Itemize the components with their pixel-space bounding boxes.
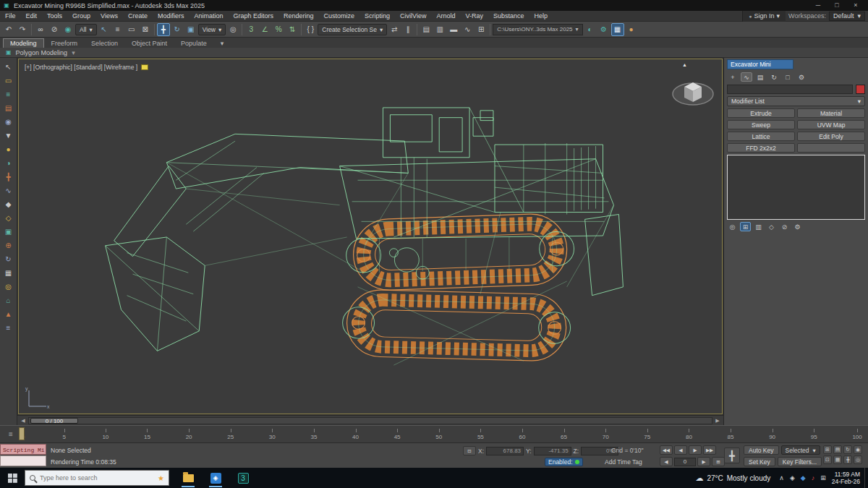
viewport-nav-icon[interactable]: ▦	[833, 455, 842, 464]
y-coordinate-field[interactable]: -471.35	[534, 447, 571, 455]
redo-icon[interactable]: ↷	[16, 23, 29, 36]
schematic-view-icon[interactable]: ⊞	[475, 23, 488, 36]
playback-button[interactable]: ▶▶	[703, 445, 716, 455]
pan-viewport-icon[interactable]: ╋	[724, 448, 740, 463]
key-mode-toggle-icon[interactable]: ⊞	[712, 457, 725, 466]
playback-button[interactable]: ◀◀	[660, 445, 673, 455]
search-highlights-icon[interactable]: ★	[158, 474, 164, 482]
spinner-snap-icon[interactable]: ⇅	[286, 23, 299, 36]
left-toolbar-icon[interactable]: ◆	[2, 197, 15, 210]
search-input[interactable]	[40, 474, 153, 481]
left-toolbar-icon[interactable]: ↖	[2, 60, 15, 73]
tab-populate[interactable]: Populate	[174, 39, 213, 48]
utilities-tab-icon[interactable]: ⚙	[796, 72, 807, 82]
menu-item[interactable]: Arnold	[431, 11, 460, 22]
menu-item[interactable]: Rendering	[278, 11, 319, 22]
percent-snap-icon[interactable]: %	[272, 23, 285, 36]
taskbar-search[interactable]: ★	[25, 470, 169, 486]
timeline-ruler[interactable]: ≡ 05101520253035404550556065707580859095…	[0, 425, 868, 442]
select-link-icon[interactable]: ∞	[34, 23, 47, 36]
viewport-nav-icon[interactable]: ◉	[854, 445, 862, 454]
mirror-icon[interactable]: ⇄	[388, 23, 401, 36]
minimize-button[interactable]: ─	[809, 0, 827, 11]
use-pivot-center-icon[interactable]: ◎	[226, 23, 239, 36]
create-tab-icon[interactable]: +	[727, 72, 739, 82]
scene-explorer-icon[interactable]: ▤	[420, 23, 433, 36]
modifier-set-button[interactable]: Material	[797, 108, 865, 118]
menu-item[interactable]: Scripting	[359, 11, 395, 22]
timeline-tick[interactable]: 55	[477, 434, 484, 440]
next-key-button[interactable]: ▶	[697, 457, 710, 466]
modify-tab-icon[interactable]: ∿	[741, 72, 752, 82]
timeline-tick[interactable]: 90	[769, 434, 775, 440]
modifier-list-dropdown[interactable]: Modifier List ▾	[727, 96, 865, 106]
timeline-tick[interactable]: 35	[310, 434, 317, 440]
left-toolbar-icon[interactable]: ▼	[2, 129, 15, 142]
undo-icon[interactable]: ↶	[2, 23, 15, 36]
layer-explorer-icon[interactable]: ▥	[433, 23, 446, 36]
align-icon[interactable]: ∥	[401, 23, 414, 36]
menu-item[interactable]: Help	[529, 11, 553, 22]
timeline-tick[interactable]: 75	[644, 434, 650, 440]
left-toolbar-icon[interactable]: ╋	[2, 170, 15, 183]
left-toolbar-icon[interactable]: ⊕	[2, 239, 15, 252]
select-move-icon[interactable]: ╋	[157, 23, 170, 36]
timeline-ticks[interactable]: 0510152025303540455055606570758085909510…	[19, 426, 864, 442]
named-selection-sets-dropdown[interactable]: Create Selection Se ▾	[318, 24, 387, 35]
hierarchy-tab-icon[interactable]: ▤	[754, 72, 766, 82]
selection-region-icon[interactable]: ▭	[125, 23, 138, 36]
select-scale-icon[interactable]: ▣	[184, 23, 197, 36]
modifier-options-icon[interactable]: ⚙	[792, 222, 803, 231]
left-toolbar-icon[interactable]: ▤	[2, 101, 15, 114]
menu-item[interactable]: File	[0, 11, 21, 22]
reference-coordinate-dropdown[interactable]: View ▾	[198, 24, 226, 35]
ribbon-options-caret[interactable]: ▾	[214, 39, 231, 48]
menu-item[interactable]: Edit	[21, 11, 43, 22]
viewport-nav-icon[interactable]: ╋	[843, 455, 852, 464]
selection-filter-dropdown[interactable]: All ▾	[75, 24, 97, 35]
enabled-chip[interactable]: Enabled:	[545, 458, 583, 466]
menu-item[interactable]: Create	[123, 11, 153, 22]
time-slider-handle[interactable]: 0 / 100	[30, 418, 78, 424]
timeline-tick[interactable]: 30	[269, 434, 276, 440]
project-path-field[interactable]: C:\Users\ONY..3ds Max 2025 ▾	[493, 24, 582, 35]
left-toolbar-icon[interactable]: ▦	[2, 266, 15, 279]
view-cube[interactable]	[670, 69, 716, 110]
menu-item[interactable]: Modifiers	[153, 11, 190, 22]
tray-icon[interactable]: ◆	[801, 474, 806, 481]
set-key-button[interactable]: Set Key	[744, 457, 775, 466]
viewport[interactable]: [+] [Orthographic] [Standard] [Wireframe…	[18, 59, 723, 414]
timeline-tick[interactable]: 95	[811, 434, 817, 440]
mini-curve-editor-icon[interactable]: ≡	[3, 426, 19, 442]
timeline-tick[interactable]: 85	[728, 434, 734, 440]
left-toolbar-icon[interactable]: ▭	[2, 74, 15, 87]
left-toolbar-icon[interactable]: ≡	[2, 87, 15, 100]
select-by-name-icon[interactable]: ≡	[111, 23, 124, 36]
auto-key-button[interactable]: Auto Key	[744, 445, 779, 455]
viewport-label[interactable]: [+] [Orthographic] [Standard] [Wireframe…	[25, 64, 148, 71]
left-toolbar-icon[interactable]: ⌂	[2, 294, 15, 307]
tab-modeling[interactable]: Modeling	[3, 38, 44, 48]
timeline-tick[interactable]: 60	[519, 434, 526, 440]
edit-named-sets-icon[interactable]: { }	[304, 23, 317, 36]
previous-frame-button[interactable]: ◀	[20, 418, 27, 424]
app-taskbar-icon-blue[interactable]: ◈	[207, 468, 224, 488]
menu-item[interactable]: CivilView	[395, 11, 431, 22]
file-explorer-taskbar-icon[interactable]	[179, 468, 197, 488]
object-rename-field[interactable]	[727, 85, 853, 94]
close-button[interactable]: ×	[846, 0, 865, 11]
timeline-tick[interactable]: 5	[61, 434, 67, 440]
taskbar-clock[interactable]: 11:59 AM 24-Feb-26	[832, 471, 860, 485]
tray-expand-icon[interactable]: ∧	[779, 474, 784, 481]
start-button[interactable]	[0, 468, 25, 488]
show-end-result-icon[interactable]: ⊞	[740, 222, 751, 231]
tab-selection[interactable]: Selection	[85, 39, 124, 48]
material-editor-icon[interactable]: ◐	[584, 23, 597, 36]
key-mode-dropdown[interactable]: Selected ▾	[781, 445, 820, 455]
next-frame-button[interactable]: ▶	[714, 418, 721, 424]
time-slider-track[interactable]: 0 / 100	[28, 417, 712, 424]
tray-icon[interactable]: ◈	[790, 474, 795, 481]
render-production-icon[interactable]: ●	[625, 23, 638, 36]
tray-icon[interactable]: ⊞	[820, 474, 826, 481]
chevron-down-icon[interactable]: ▾	[72, 49, 75, 56]
